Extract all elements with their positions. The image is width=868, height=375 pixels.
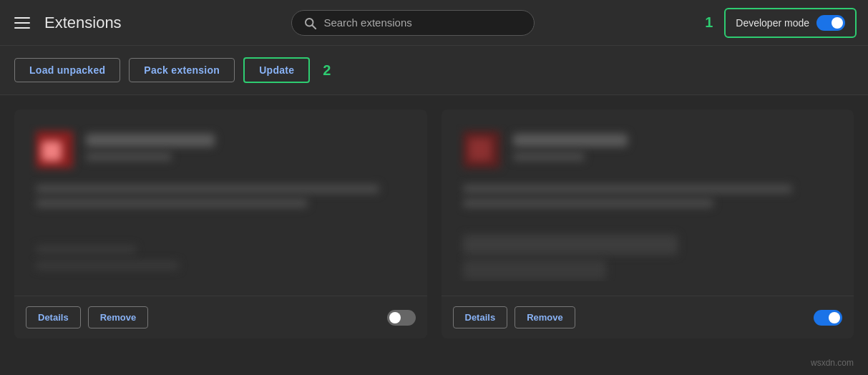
ext2-icon-inner — [469, 138, 492, 161]
toggle-knob — [832, 17, 843, 29]
toggle-knob-off — [389, 312, 401, 323]
ext1-title — [86, 134, 215, 147]
details-button-1[interactable]: Details — [26, 306, 81, 328]
ext2-subtitle — [513, 152, 585, 161]
toggle-knob-on — [829, 312, 840, 323]
ext2-block1 — [463, 235, 678, 255]
header-right: 1 Developer mode — [705, 8, 857, 38]
remove-button-1[interactable]: Remove — [88, 306, 149, 328]
ext1-subtitle — [86, 152, 172, 161]
developer-mode-label: Developer mode — [736, 17, 809, 29]
search-input[interactable] — [323, 16, 522, 29]
search-container — [122, 10, 706, 36]
ext1-desc3 — [36, 245, 136, 254]
ext1-desc2 — [36, 199, 308, 208]
ext2-desc1 — [463, 185, 792, 193]
ext1-enable-toggle[interactable] — [387, 310, 416, 326]
update-button[interactable]: Update — [243, 57, 310, 83]
ext2-title — [513, 134, 628, 147]
card-body-1 — [14, 109, 427, 296]
card-footer-2: Details Remove — [442, 296, 854, 339]
search-box — [291, 10, 535, 36]
details-button-2[interactable]: Details — [453, 306, 508, 328]
search-icon — [303, 16, 316, 29]
watermark: wsxdn.com — [811, 358, 854, 368]
toolbar: Load unpacked Pack extension Update 2 — [0, 46, 868, 95]
menu-icon[interactable] — [11, 14, 33, 31]
header-left: Extensions — [11, 14, 122, 32]
developer-mode-toggle[interactable] — [816, 15, 845, 31]
card-body-2 — [442, 109, 854, 296]
ext1-desc1 — [36, 185, 379, 193]
svg-point-0 — [306, 19, 313, 26]
blurred-content-1 — [29, 124, 413, 281]
ext1-desc4 — [36, 261, 179, 270]
app-title: Extensions — [44, 14, 122, 32]
ext2-desc2 — [463, 199, 713, 208]
load-unpacked-button[interactable]: Load unpacked — [14, 58, 120, 82]
remove-button-2[interactable]: Remove — [515, 306, 575, 328]
ext1-icon-accent — [42, 141, 62, 161]
ext2-enable-toggle[interactable] — [814, 310, 842, 326]
blurred-content-2 — [456, 124, 840, 281]
developer-mode-container: Developer mode — [724, 8, 857, 38]
pack-extension-button[interactable]: Pack extension — [129, 58, 235, 82]
ext2-block2 — [463, 260, 606, 280]
badge-number-1: 1 — [705, 14, 713, 31]
extension-card-2: Details Remove — [442, 109, 854, 339]
card-footer-1: Details Remove — [14, 296, 427, 339]
main-content: Details Remove De — [0, 95, 868, 353]
svg-line-1 — [313, 25, 316, 29]
badge-number-2: 2 — [323, 63, 331, 77]
extension-card-1: Details Remove — [14, 109, 427, 339]
app-header: Extensions 1 Developer mode — [0, 0, 868, 46]
